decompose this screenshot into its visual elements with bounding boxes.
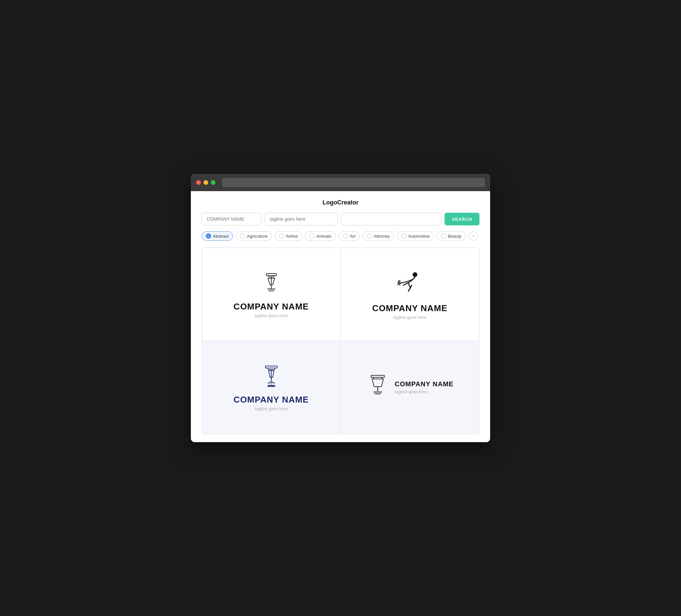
filter-chip-agriculture[interactable]: ✓Agriculture	[236, 231, 272, 241]
svg-rect-1	[269, 276, 274, 277]
tagline-input[interactable]	[265, 213, 338, 225]
filter-chip-abstract[interactable]: ✓Abstract	[202, 231, 233, 241]
filter-check-icon: ✓	[206, 233, 211, 239]
filter-chip-label: Art	[350, 234, 355, 239]
logo-1-tagline: tagline goes here	[255, 313, 288, 318]
filter-chip-label: Attorney	[374, 234, 390, 239]
traffic-light-green[interactable]	[211, 180, 216, 185]
filter-chip-label: Automotive	[408, 234, 430, 239]
filter-check-icon: ✓	[367, 233, 372, 239]
browser-window: LogoCreator SEARCH ✓Abstract✓Agriculture…	[191, 174, 490, 442]
filter-chip-label: Agriculture	[247, 234, 268, 239]
svg-rect-14	[268, 368, 275, 370]
logo-card-1[interactable]: COMPANY NAME tagline goes here	[202, 248, 340, 341]
address-bar	[222, 178, 485, 187]
logo-icon-2	[394, 268, 427, 299]
filter-chip-label: Abstract	[213, 234, 229, 239]
app-content: LogoCreator SEARCH ✓Abstract✓Agriculture…	[191, 191, 490, 442]
logo-3-tagline: tagline goes here	[255, 406, 288, 411]
svg-point-8	[413, 272, 417, 277]
filter-chip-label: Animals	[316, 234, 331, 239]
filter-check-icon: ✓	[401, 233, 406, 239]
filter-bar: ✓Abstract✓Agriculture✓Airline✓Animals✓Ar…	[202, 231, 479, 241]
logo-4-tagline: tagline goes here	[395, 389, 454, 394]
filter-chip-label: Beauty	[448, 234, 461, 239]
filter-check-icon: ✓	[343, 233, 348, 239]
logo-3-company: COMPANY NAME	[233, 394, 309, 405]
logo-card-3[interactable]: COMPANY NAME tagline goes here	[202, 341, 340, 434]
logo-card-4[interactable]: COMPANY NAME tagline goes here	[340, 341, 479, 434]
filter-check-icon: ✓	[309, 233, 314, 239]
logo-4-text-group: COMPANY NAME tagline goes here	[395, 380, 454, 394]
filter-chip-animals[interactable]: ✓Animals	[305, 231, 336, 241]
search-bar: SEARCH	[202, 213, 479, 225]
logo-1-company: COMPANY NAME	[233, 302, 309, 312]
filter-check-icon: ✓	[240, 233, 245, 239]
filter-check-icon: ✓	[441, 233, 446, 239]
logo-2-company: COMPANY NAME	[372, 303, 447, 313]
filter-chip-automotive[interactable]: ✓Automotive	[397, 231, 434, 241]
logo-card-2[interactable]: COMPANY NAME tagline goes here	[340, 248, 479, 341]
filter-next-button[interactable]: →	[469, 231, 478, 241]
search-button[interactable]: SEARCH	[445, 213, 479, 225]
logo-icon-1	[258, 270, 285, 297]
logo-grid: COMPANY NAME tagline goes here	[202, 247, 479, 434]
logo-4-company: COMPANY NAME	[395, 380, 454, 388]
logo-icon-4	[366, 373, 389, 396]
logo-icon-3	[258, 363, 285, 390]
traffic-light-yellow[interactable]	[203, 180, 208, 185]
filter-chip-art[interactable]: ✓Art	[338, 231, 360, 241]
browser-titlebar	[191, 174, 490, 191]
logo-2-tagline: tagline goes here	[394, 315, 427, 320]
company-name-input[interactable]	[202, 213, 261, 225]
app-title: LogoCreator	[202, 199, 479, 206]
svg-marker-27	[372, 379, 383, 387]
filter-chip-beauty[interactable]: ✓Beauty	[436, 231, 465, 241]
filter-check-icon: ✓	[279, 233, 284, 239]
filter-chip-airline[interactable]: ✓Airline	[275, 231, 302, 241]
extra-search-input[interactable]	[341, 213, 441, 225]
traffic-light-red[interactable]	[196, 180, 201, 185]
filter-chip-attorney[interactable]: ✓Attorney	[362, 231, 394, 241]
filter-chip-label: Airline	[286, 234, 298, 239]
